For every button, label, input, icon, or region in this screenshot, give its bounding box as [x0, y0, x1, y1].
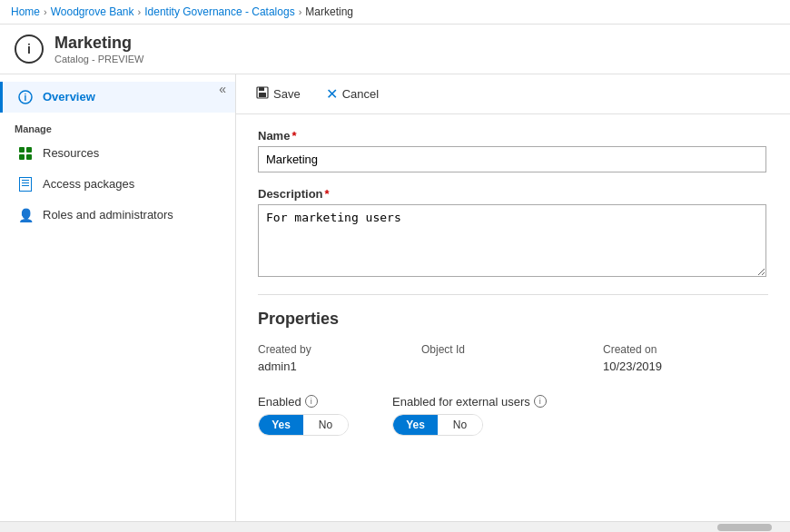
- toggle-enabled-switch[interactable]: Yes No: [258, 414, 349, 436]
- form-area: Name * Description * Properties Creat: [236, 114, 790, 450]
- page-title: Marketing: [54, 34, 143, 54]
- sidebar-item-label-roles: Roles and administrators: [43, 208, 173, 222]
- name-label: Name *: [258, 129, 768, 143]
- scrollbar-thumb[interactable]: [717, 524, 772, 531]
- prop-object-id: Object Id: [421, 343, 603, 373]
- external-info-icon[interactable]: i: [534, 395, 547, 408]
- svg-rect-4: [259, 93, 266, 97]
- scrollbar-track[interactable]: [0, 521, 790, 532]
- toggle-external-label: Enabled for external users i: [392, 395, 547, 409]
- sidebar-item-roles-administrators[interactable]: 👤 Roles and administrators: [0, 200, 235, 231]
- svg-text:i: i: [25, 93, 27, 103]
- sidebar-item-label-resources: Resources: [43, 146, 99, 160]
- save-icon: [256, 86, 269, 102]
- sidebar-section-manage: Manage: [0, 113, 235, 138]
- page-subtitle: Catalog - PREVIEW: [54, 54, 143, 64]
- cancel-icon: ✕: [326, 85, 338, 103]
- save-button[interactable]: Save: [251, 83, 306, 105]
- breadcrumb: Home › Woodgrove Bank › Identity Governa…: [0, 0, 790, 25]
- sidebar-item-access-packages[interactable]: Access packages: [0, 169, 235, 200]
- toggle-enabled-label: Enabled i: [258, 395, 349, 409]
- resources-icon: [17, 145, 34, 162]
- prop-object-id-header: Object Id: [421, 343, 588, 356]
- breadcrumb-home[interactable]: Home: [11, 5, 40, 18]
- toggle-enabled-no[interactable]: No: [303, 415, 348, 435]
- main-layout: « i Overview Manage Resources: [0, 74, 790, 523]
- section-divider: [258, 294, 768, 295]
- prop-created-by: Created by admin1: [258, 343, 421, 373]
- name-input[interactable]: [258, 146, 766, 172]
- toolbar: Save ✕ Cancel: [236, 74, 790, 114]
- toggle-enabled: Enabled i Yes No: [258, 395, 349, 436]
- prop-created-by-header: Created by: [258, 343, 407, 356]
- name-required-star: *: [291, 129, 296, 143]
- sidebar-collapse-button[interactable]: «: [219, 82, 226, 96]
- prop-created-on-value: 10/23/2019: [603, 360, 752, 373]
- breadcrumb-identity-governance[interactable]: Identity Governance - Catalogs: [144, 5, 294, 18]
- breadcrumb-current: Marketing: [305, 5, 353, 18]
- sidebar-item-label-access-packages: Access packages: [43, 177, 134, 191]
- cancel-label: Cancel: [342, 87, 379, 101]
- properties-grid: Created by admin1 Object Id Created on 1…: [258, 343, 768, 373]
- sidebar-item-resources[interactable]: Resources: [0, 138, 235, 169]
- cancel-button[interactable]: ✕ Cancel: [321, 82, 384, 106]
- prop-created-by-value: admin1: [258, 360, 407, 373]
- prop-created-on-header: Created on: [603, 343, 752, 356]
- svg-rect-3: [259, 87, 264, 91]
- toggle-external-yes[interactable]: Yes: [393, 415, 438, 435]
- name-field: Name *: [258, 129, 768, 172]
- sidebar-item-overview[interactable]: i Overview: [0, 82, 235, 113]
- overview-icon: i: [17, 89, 34, 105]
- toggle-external-switch[interactable]: Yes No: [392, 414, 483, 436]
- enabled-info-icon[interactable]: i: [305, 395, 318, 408]
- toggle-enabled-yes[interactable]: Yes: [259, 415, 303, 435]
- access-packages-icon: [17, 176, 34, 192]
- properties-title: Properties: [258, 310, 768, 329]
- description-input[interactable]: [258, 204, 766, 277]
- toggle-external-users: Enabled for external users i Yes No: [392, 395, 547, 436]
- content-area: Save ✕ Cancel Name * Description *: [236, 74, 790, 523]
- toggle-external-no[interactable]: No: [438, 415, 482, 435]
- description-field: Description *: [258, 187, 768, 280]
- toggles-row: Enabled i Yes No Enabled for external us…: [258, 395, 768, 436]
- description-required-star: *: [325, 187, 330, 201]
- header-icon: i: [15, 34, 44, 64]
- properties-section: Properties Created by admin1 Object Id C…: [258, 310, 768, 436]
- sidebar-item-label-overview: Overview: [43, 90, 95, 103]
- sidebar: « i Overview Manage Resources: [0, 74, 236, 523]
- save-label: Save: [273, 87, 301, 101]
- prop-created-on: Created on 10/23/2019: [603, 343, 766, 373]
- description-label: Description *: [258, 187, 768, 201]
- page-header: i Marketing Catalog - PREVIEW: [0, 25, 790, 74]
- roles-icon: 👤: [17, 207, 34, 223]
- breadcrumb-woodgrove[interactable]: Woodgrove Bank: [51, 5, 134, 18]
